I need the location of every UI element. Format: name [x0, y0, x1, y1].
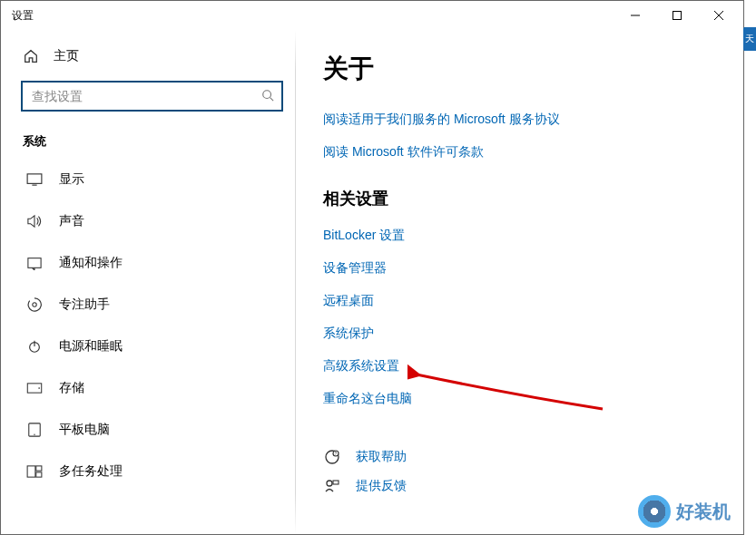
sidebar-item-label: 电源和睡眠 — [59, 338, 123, 355]
svg-rect-23 — [333, 481, 339, 484]
maximize-icon — [673, 11, 682, 20]
related-settings-heading: 相关设置 — [323, 188, 725, 209]
minimize-button[interactable] — [614, 2, 656, 29]
home-button[interactable]: 主页 — [1, 39, 296, 77]
link-rename-pc[interactable]: 重命名这台电脑 — [323, 391, 725, 407]
svg-point-9 — [33, 303, 36, 306]
sidebar-item-label: 声音 — [59, 213, 84, 229]
home-label: 主页 — [54, 48, 79, 64]
link-service-agreement[interactable]: 阅读适用于我们服务的 Microsoft 服务协议 — [323, 112, 725, 128]
sidebar-item-storage[interactable]: 存储 — [1, 367, 296, 409]
main-content: 关于 阅读适用于我们服务的 Microsoft 服务协议 阅读 Microsof… — [296, 30, 743, 534]
sidebar-item-label: 平板电脑 — [59, 422, 110, 438]
svg-rect-16 — [27, 466, 35, 477]
svg-rect-18 — [36, 472, 42, 477]
svg-point-13 — [38, 387, 40, 389]
link-bitlocker[interactable]: BitLocker 设置 — [323, 228, 725, 244]
sidebar-item-tablet[interactable]: 平板电脑 — [1, 409, 296, 451]
sidebar-item-label: 显示 — [59, 171, 84, 188]
feedback-button[interactable]: 提供反馈 — [323, 478, 725, 494]
window-title: 设置 — [12, 8, 34, 24]
help-icon: ? — [323, 449, 341, 465]
sidebar-item-label: 通知和操作 — [59, 255, 123, 271]
settings-window: 设置 主页 — [0, 0, 744, 535]
sidebar-item-sound[interactable]: 声音 — [1, 200, 296, 242]
svg-rect-17 — [36, 466, 42, 471]
home-icon — [23, 48, 39, 64]
sidebar-item-label: 专注助手 — [59, 297, 110, 313]
sidebar-item-display[interactable]: 显示 — [1, 159, 296, 200]
sidebar-divider — [295, 30, 296, 534]
get-help-button[interactable]: ? 获取帮助 — [323, 449, 725, 465]
search-icon — [261, 89, 274, 104]
power-icon — [26, 339, 43, 354]
sidebar: 主页 系统 显示 声音 通知和操作 — [1, 30, 296, 534]
page-title: 关于 — [323, 52, 725, 86]
sidebar-item-label: 多任务处理 — [59, 463, 123, 480]
svg-point-22 — [327, 481, 332, 486]
minimize-icon — [631, 11, 640, 20]
sound-icon — [26, 214, 43, 229]
window-controls — [614, 2, 740, 29]
sidebar-item-multitask[interactable]: 多任务处理 — [1, 451, 296, 492]
svg-line-5 — [270, 97, 274, 101]
link-advanced-system-settings[interactable]: 高级系统设置 — [323, 358, 725, 374]
display-icon — [26, 173, 43, 186]
feedback-label: 提供反馈 — [356, 478, 407, 494]
sidebar-item-label: 存储 — [59, 380, 84, 396]
svg-text:?: ? — [335, 451, 338, 456]
svg-point-15 — [34, 434, 34, 435]
link-system-protection[interactable]: 系统保护 — [323, 326, 725, 342]
focus-icon — [26, 297, 43, 312]
link-license-terms[interactable]: 阅读 Microsoft 软件许可条款 — [323, 144, 725, 160]
close-icon — [714, 11, 723, 20]
titlebar: 设置 — [1, 1, 743, 30]
search-box[interactable] — [21, 81, 283, 112]
svg-rect-6 — [27, 174, 42, 184]
window-body: 主页 系统 显示 声音 通知和操作 — [1, 30, 743, 534]
sidebar-item-notifications[interactable]: 通知和操作 — [1, 242, 296, 284]
svg-point-4 — [263, 90, 271, 98]
section-label-system: 系统 — [1, 128, 296, 159]
svg-rect-8 — [28, 258, 41, 268]
svg-rect-1 — [673, 12, 682, 20]
search-input[interactable] — [32, 89, 261, 103]
feedback-icon — [323, 478, 341, 494]
background-edge-tags: S 在 石 五 石 天 — [743, 27, 756, 517]
multitask-icon — [26, 465, 43, 478]
tablet-icon — [26, 423, 43, 437]
storage-icon — [26, 383, 43, 394]
maximize-button[interactable] — [656, 2, 698, 29]
sidebar-item-focus[interactable]: 专注助手 — [1, 284, 296, 326]
sidebar-item-power[interactable]: 电源和睡眠 — [1, 326, 296, 367]
link-remote-desktop[interactable]: 远程桌面 — [323, 293, 725, 309]
close-button[interactable] — [698, 2, 740, 29]
get-help-label: 获取帮助 — [356, 449, 407, 465]
notifications-icon — [26, 256, 43, 270]
link-device-manager[interactable]: 设备管理器 — [323, 260, 725, 277]
